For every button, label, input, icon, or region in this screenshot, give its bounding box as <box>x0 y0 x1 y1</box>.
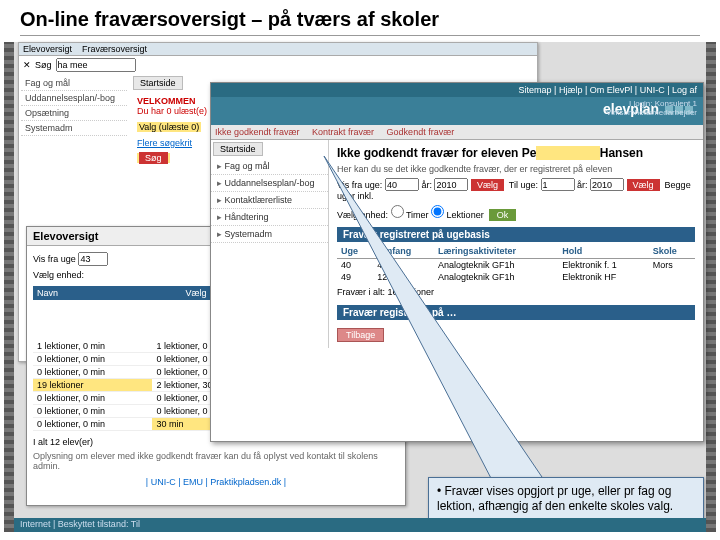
vaelg-button-1[interactable]: Vælg <box>471 179 504 191</box>
vis-fra-uge-label: Vis fra uge <box>33 254 76 264</box>
top-links[interactable]: Sitemap | Hjælp | Om ElevPl | UNI-C | Lo… <box>519 85 697 95</box>
nav-uddannelsesplan[interactable]: Uddannelsesplan/-bog <box>211 175 328 192</box>
fravaer-table: Uge Omfang Læringsaktiviteter Hold Skole… <box>337 244 695 283</box>
table-row: 4912 lek.Analogteknik GF1hElektronik HF <box>337 271 695 283</box>
close-icon[interactable]: ✕ <box>23 60 31 70</box>
slide-title: On-line fraværsoversigt – på tværs af sk… <box>0 0 720 35</box>
status-tabs: Ikke godkendt fravær Kontrakt fravær God… <box>211 125 703 140</box>
tab-kontrakt[interactable]: Kontrakt fravær <box>312 127 374 137</box>
enhed-label: Vælg enhed: <box>337 210 388 220</box>
ok-button[interactable]: Ok <box>489 209 517 221</box>
callout-box: • Fravær vises opgjort pr uge, eller pr … <box>428 477 704 521</box>
page-title: Ikke godkendt fravær for eleven Pe Hanse… <box>337 146 695 160</box>
ar2-label: år: <box>577 180 588 190</box>
table-row: 404 lek.Analogteknik GF1hElektronik f. 1… <box>337 259 695 272</box>
uge1-input[interactable] <box>385 178 419 191</box>
ar1-input[interactable] <box>434 178 468 191</box>
window-elevplan: Sitemap | Hjælp | Om ElevPl | UNI-C | Lo… <box>210 82 704 442</box>
radio-lektioner[interactable] <box>431 205 444 218</box>
footer-links[interactable]: | UNI-C | EMU | Praktikpladsen.dk | <box>33 477 399 487</box>
uge-input[interactable] <box>78 252 108 266</box>
status-text: Internet | Beskyttet tilstand: Til <box>20 519 140 531</box>
vaelg-button-2[interactable]: Vælg <box>627 179 660 191</box>
film-strip-right <box>706 42 716 532</box>
logged-user: I login: Konsulent 1Virksomhedsmedarbejd… <box>606 99 697 117</box>
menu-fag-og-maal[interactable]: Fag og mål <box>21 76 127 91</box>
ar2-input[interactable] <box>590 178 624 191</box>
status-bar: Internet | Beskyttet tilstand: Til <box>14 518 706 532</box>
nav-fag-og-maal[interactable]: Fag og mål <box>211 158 328 175</box>
side-menu: Fag og mål Uddannelsesplan/-bog Opsætnin… <box>19 74 129 138</box>
th-hold[interactable]: Hold <box>558 244 648 259</box>
menu-uddannelsesplan[interactable]: Uddannelsesplan/-bog <box>21 91 127 106</box>
nav-systemadm[interactable]: Systemadm <box>211 226 328 243</box>
vaelg-enhed-label: Vælg enhed: <box>33 270 84 280</box>
nav-haandtering[interactable]: Håndtering <box>211 209 328 226</box>
main-content: Ikke godkendt fravær for eleven Pe Hanse… <box>329 140 703 348</box>
breadcrumb-startside[interactable]: Startside <box>133 76 183 90</box>
search-label: Søg <box>35 60 52 70</box>
search-input[interactable] <box>56 58 136 72</box>
valg-highlight: Valg (ulæste 0) <box>137 122 201 132</box>
breadcrumb-startside-2[interactable]: Startside <box>213 142 263 156</box>
th-uge[interactable]: Uge <box>337 244 373 259</box>
tab-ikke-godkendt[interactable]: Ikke godkendt fravær <box>215 127 300 137</box>
menu-systemadm[interactable]: Systemadm <box>21 121 127 136</box>
vis-fra-label: Vis fra uge: <box>337 180 382 190</box>
nav-kontaktlaerer[interactable]: Kontaktlærerliste <box>211 192 328 209</box>
sum-row: Fravær i alt: 16 lektioner <box>337 287 695 297</box>
th-navn[interactable]: Navn <box>33 286 181 300</box>
uge2-input[interactable] <box>541 178 575 191</box>
tab-fravaersoversigt[interactable]: Fraværsoversigt <box>82 44 147 54</box>
stage: Elevoversigt Fraværsoversigt ✕ Søg Start… <box>4 42 716 532</box>
page-desc: Her kan du se det ikke godkendte fravær,… <box>337 164 695 174</box>
th-omfang[interactable]: Omfang <box>373 244 434 259</box>
section-ugebasis: Fravær registreret på ugebasis <box>337 227 695 242</box>
tab-godkendt[interactable]: Godkendt fravær <box>387 127 455 137</box>
film-strip-left <box>4 42 14 532</box>
side-nav: Startside Fag og mål Uddannelsesplan/-bo… <box>211 140 329 348</box>
section-fravaer-2: Fravær registreret på … <box>337 305 695 320</box>
info-note: Oplysning om elever med ikke godkendt fr… <box>33 451 399 471</box>
brand-banner: I login: Konsulent 1Virksomhedsmedarbejd… <box>211 97 703 125</box>
flere-soegekrit-link[interactable]: Flere søgekrit <box>137 138 192 148</box>
ar1-label: år: <box>421 180 432 190</box>
slide-underline <box>20 35 700 36</box>
radio-timer[interactable] <box>391 205 404 218</box>
til-uge-label: Til uge: <box>509 180 538 190</box>
sog-button[interactable]: Søg <box>139 152 168 164</box>
th-laering[interactable]: Læringsaktiviteter <box>434 244 558 259</box>
window-tabs: Elevoversigt Fraværsoversigt <box>19 43 537 56</box>
th-skole[interactable]: Skole <box>649 244 695 259</box>
tilbage-button[interactable]: Tilbage <box>337 328 384 342</box>
menu-opsaetning[interactable]: Opsætning <box>21 106 127 121</box>
tab-elevoversigt[interactable]: Elevoversigt <box>23 44 72 54</box>
